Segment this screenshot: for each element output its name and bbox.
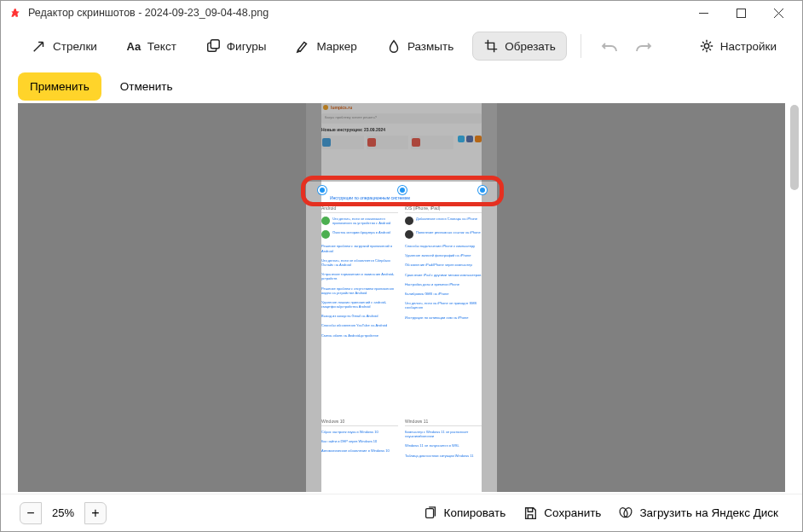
- list-item: Очистка истории браузера в Android: [332, 230, 390, 234]
- blur-icon: [386, 38, 402, 54]
- toolbar: Стрелки Aa Текст Фигуры Маркер Размыть О…: [1, 25, 802, 67]
- col-win10: Windows 10 Сброс настроек звука в Window…: [321, 419, 398, 463]
- titlebar: Редактор скриншотов - 2024-09-23_09-04-4…: [1, 1, 802, 25]
- crop-icon: [483, 38, 499, 54]
- shapes-icon: [205, 38, 221, 54]
- crop-dim-top: [306, 103, 497, 182]
- upload-disk-button[interactable]: Загрузить на Яндекс Диск: [609, 500, 787, 526]
- settings-button[interactable]: Настройки: [689, 32, 787, 60]
- list-item: Сброс настроек звука в Windows 10: [321, 430, 378, 434]
- gear-icon: [699, 38, 714, 54]
- list-item: Сравнение iPad с другими типами компьюте…: [405, 273, 481, 277]
- zoom-controls: − 25% +: [20, 502, 107, 524]
- undo-button[interactable]: [600, 37, 619, 55]
- list-item: Удаление записей фотографий на iPhone: [405, 253, 471, 257]
- settings-label: Настройки: [720, 40, 777, 53]
- list-item: Решение проблем с отсутствием приложения…: [321, 286, 398, 295]
- save-icon: [523, 506, 538, 521]
- list-item: Решение проблем с загрузкой приложений в…: [321, 244, 398, 252]
- bottombar: − 25% + Копировать Сохранить Загрузить н…: [1, 494, 802, 531]
- list-item: Способы подключения iPhone к компьютеру: [405, 244, 475, 248]
- list-item: Инструкция по активации сим на iPhone: [405, 315, 469, 320]
- zoom-in-button[interactable]: +: [84, 502, 107, 524]
- list-item: Способы обновления YouTube на Android: [321, 323, 387, 327]
- svg-rect-0: [737, 9, 745, 17]
- editor-canvas[interactable]: lumpics.ru Какую проблему хотите решить?…: [18, 103, 785, 492]
- vertical-scrollbar[interactable]: [790, 105, 799, 190]
- list-item: Как найти и DEP через Windows 10: [321, 439, 377, 443]
- blur-tool[interactable]: Размыть: [376, 32, 464, 60]
- minimize-button[interactable]: [685, 1, 722, 25]
- arrows-tool[interactable]: Стрелки: [21, 32, 107, 60]
- copy-button[interactable]: Копировать: [414, 500, 515, 526]
- arrows-label: Стрелки: [53, 40, 97, 53]
- copy-icon: [423, 506, 438, 521]
- shapes-tool[interactable]: Фигуры: [195, 32, 277, 60]
- apply-button[interactable]: Применить: [18, 72, 101, 101]
- svg-rect-2: [211, 40, 219, 49]
- cancel-button[interactable]: Отменить: [108, 72, 185, 101]
- marker-tool[interactable]: Маркер: [285, 32, 367, 60]
- close-button[interactable]: [760, 1, 797, 25]
- maximize-button[interactable]: [722, 1, 760, 25]
- crop-handle[interactable]: [478, 186, 487, 194]
- list-item: Что делать, если не обновляется Сбербанк…: [321, 258, 398, 267]
- arrow-icon: [32, 38, 47, 54]
- screenshot-content: lumpics.ru Какую проблему хотите решить?…: [306, 103, 497, 492]
- list-item: Windows 11 не запускается в WSL: [405, 443, 459, 448]
- marker-icon: [295, 38, 310, 54]
- list-item: Автоматическое обновление в Windows 10: [321, 448, 390, 453]
- crop-handle[interactable]: [318, 186, 326, 194]
- disk-icon: [618, 506, 633, 521]
- list-item: Что делать, если на iPhone не приходят S…: [405, 301, 482, 309]
- redo-button[interactable]: [634, 37, 653, 55]
- svg-point-3: [704, 43, 708, 48]
- save-label: Сохранить: [544, 506, 601, 519]
- window-title: Редактор скриншотов - 2024-09-23_09-04-4…: [28, 7, 269, 19]
- list-item: Появление рекламных ссылок на iPhone: [416, 230, 481, 234]
- col-header: iOS (iPhone, iPad): [405, 205, 482, 213]
- crop-tool[interactable]: Обрезать: [472, 32, 567, 61]
- col-header: Windows 11: [405, 419, 482, 426]
- zoom-out-button[interactable]: −: [20, 502, 42, 524]
- list-item: Удаление лишних приложений с android-сма…: [321, 300, 398, 309]
- marker-label: Маркер: [316, 40, 357, 53]
- blur-label: Размыть: [407, 40, 453, 53]
- copy-label: Копировать: [444, 506, 506, 519]
- list-item: Добавление слов в Словарь на iPhone: [416, 217, 477, 221]
- text-tool[interactable]: Aa Текст: [116, 32, 187, 60]
- list-item: Смена обоев на Android-устройстве: [321, 333, 378, 338]
- toolbar-separator: [581, 34, 581, 58]
- col-header: Windows 10: [321, 419, 398, 426]
- shapes-label: Фигуры: [227, 40, 267, 53]
- save-button[interactable]: Сохранить: [514, 500, 609, 526]
- text-label: Текст: [147, 40, 176, 53]
- list-item: Таблица диагностики ситуации Windows 11: [405, 454, 474, 458]
- crop-handle[interactable]: [398, 186, 407, 194]
- crop-label: Обрезать: [505, 40, 556, 53]
- list-item: Компьютер с Windows 11 не распознает нау…: [405, 430, 482, 438]
- zoom-value: 25%: [52, 506, 74, 519]
- list-item: Устранение торможения и зависания Androi…: [321, 272, 398, 280]
- col-header: Android: [321, 205, 398, 213]
- text-icon: Aa: [126, 38, 142, 54]
- list-item: Обновление iPad/iPhone через компьютер: [405, 263, 472, 267]
- col-ios: iOS (iPhone, iPad) Добавление слов в Сло…: [405, 205, 482, 343]
- upload-label: Загрузить на Яндекс Диск: [639, 506, 778, 519]
- col-android: Android Что делать, если не скачиваются …: [321, 205, 398, 343]
- crop-edge-handles[interactable]: [318, 185, 487, 195]
- app-logo-icon: [9, 7, 21, 19]
- list-item: Калибровка GMS на iPhone: [405, 292, 448, 296]
- list-item: Выход из аккаунта Gmail на Android: [321, 314, 378, 318]
- col-win11: Windows 11 Компьютер с Windows 11 не рас…: [405, 419, 482, 463]
- svg-rect-4: [425, 508, 433, 518]
- list-item: Настройка даты и времени iPhone: [405, 282, 459, 286]
- list-item: Что делать, если не скачиваются приложен…: [332, 217, 398, 225]
